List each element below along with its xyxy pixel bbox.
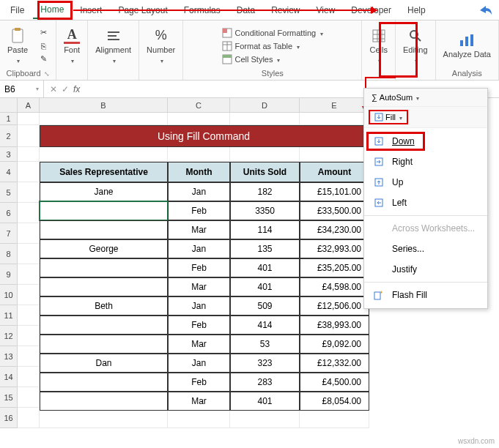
- table-cell[interactable]: 114: [230, 220, 300, 239]
- row-header[interactable]: 3: [0, 147, 18, 162]
- table-cell[interactable]: £15,101.00: [300, 182, 369, 201]
- paste-button[interactable]: Paste: [4, 26, 31, 66]
- tab-data[interactable]: Data: [229, 2, 262, 18]
- cell[interactable]: [230, 113, 300, 125]
- row-header[interactable]: 2: [0, 125, 18, 147]
- col-header[interactable]: A: [18, 98, 40, 113]
- table-cell[interactable]: Feb: [168, 373, 230, 392]
- select-all-cell[interactable]: [0, 98, 18, 113]
- fx-icon[interactable]: fx: [73, 84, 80, 94]
- font-button[interactable]: A Font: [61, 26, 83, 66]
- menu-flash-fill[interactable]: Flash Fill: [364, 285, 487, 305]
- name-box[interactable]: B6▾: [0, 81, 44, 97]
- row-header[interactable]: 10: [0, 285, 18, 305]
- table-cell[interactable]: £12,506.00: [300, 296, 369, 316]
- cell[interactable]: [40, 408, 168, 428]
- table-cell[interactable]: 182: [230, 182, 300, 201]
- table-cell[interactable]: 135: [230, 239, 300, 258]
- table-cell[interactable]: [40, 201, 168, 220]
- table-header[interactable]: Amount: [300, 162, 369, 182]
- table-cell[interactable]: [40, 258, 168, 277]
- table-cell[interactable]: Feb: [168, 258, 230, 277]
- table-header[interactable]: Sales Representative: [40, 162, 168, 182]
- table-cell[interactable]: £4,500.00: [300, 373, 369, 392]
- table-cell[interactable]: Jan: [168, 239, 230, 258]
- row-header[interactable]: 8: [0, 244, 18, 264]
- tab-file[interactable]: File: [3, 2, 32, 18]
- copy-button[interactable]: ⎘: [35, 40, 51, 52]
- cell[interactable]: [18, 113, 40, 125]
- table-cell[interactable]: Jan: [168, 296, 230, 316]
- row-header[interactable]: 16: [0, 408, 18, 428]
- enter-icon[interactable]: ✓: [62, 84, 69, 94]
- table-cell[interactable]: 401: [230, 392, 300, 411]
- table-cell[interactable]: 3350: [230, 201, 300, 220]
- table-cell[interactable]: Mar: [168, 220, 230, 239]
- row-header[interactable]: 11: [0, 305, 18, 326]
- tab-insert[interactable]: Insert: [73, 2, 109, 18]
- autosum-button[interactable]: ∑AutoSum: [369, 92, 422, 103]
- col-header[interactable]: D: [230, 98, 300, 113]
- cell[interactable]: [18, 408, 40, 428]
- cell[interactable]: [18, 182, 40, 203]
- table-cell[interactable]: £32,993.00: [300, 239, 369, 258]
- row-header[interactable]: 12: [0, 326, 18, 346]
- col-header[interactable]: B: [40, 98, 168, 113]
- cancel-icon[interactable]: ✕: [50, 84, 57, 94]
- alignment-button[interactable]: Alignment: [92, 26, 134, 66]
- cell[interactable]: [18, 367, 40, 387]
- tab-view[interactable]: View: [309, 2, 343, 18]
- table-cell[interactable]: Dan: [40, 354, 168, 373]
- table-cell[interactable]: £8,054.00: [300, 392, 369, 411]
- cut-button[interactable]: ✂: [35, 27, 51, 39]
- tab-help[interactable]: Help: [400, 2, 433, 18]
- cell-styles-button[interactable]: Cell Styles: [219, 53, 327, 65]
- conditional-formatting-button[interactable]: Conditional Formatting: [219, 27, 327, 39]
- table-cell[interactable]: £12,332.00: [300, 354, 369, 373]
- row-header[interactable]: 7: [0, 223, 18, 244]
- table-cell[interactable]: George: [40, 239, 168, 258]
- cell[interactable]: [18, 244, 40, 264]
- table-cell[interactable]: Feb: [168, 316, 230, 335]
- table-cell[interactable]: [40, 392, 168, 411]
- cell[interactable]: [168, 113, 230, 125]
- table-cell[interactable]: [40, 277, 168, 296]
- table-cell[interactable]: Mar: [168, 277, 230, 296]
- menu-fill-left[interactable]: Left: [364, 193, 487, 213]
- cell[interactable]: [18, 223, 40, 244]
- cell[interactable]: [18, 346, 40, 367]
- table-cell[interactable]: £38,993.00: [300, 316, 369, 335]
- table-cell[interactable]: [40, 316, 168, 335]
- tab-review[interactable]: Review: [264, 2, 307, 18]
- tab-formulas[interactable]: Formulas: [177, 2, 228, 18]
- cell[interactable]: [18, 264, 40, 285]
- table-cell[interactable]: 323: [230, 354, 300, 373]
- row-header[interactable]: 5: [0, 182, 18, 203]
- table-cell[interactable]: £9,092.00: [300, 335, 369, 354]
- cell[interactable]: [300, 408, 369, 428]
- table-cell[interactable]: Feb: [168, 201, 230, 220]
- col-header[interactable]: C: [168, 98, 230, 113]
- table-cell[interactable]: £33,500.00: [300, 201, 369, 220]
- menu-fill-down[interactable]: Down: [364, 131, 487, 152]
- cell[interactable]: [230, 408, 300, 428]
- menu-justify[interactable]: Justify: [364, 259, 487, 280]
- table-header[interactable]: Units Sold: [230, 162, 300, 182]
- table-cell[interactable]: 414: [230, 316, 300, 335]
- cell[interactable]: [18, 147, 40, 162]
- cell[interactable]: [168, 408, 230, 428]
- table-cell[interactable]: Beth: [40, 296, 168, 316]
- cell[interactable]: [300, 113, 369, 125]
- number-button[interactable]: % Number: [144, 26, 178, 66]
- tab-home[interactable]: Home: [33, 1, 71, 19]
- row-header[interactable]: 6: [0, 203, 18, 223]
- cell[interactable]: [40, 113, 168, 125]
- fill-button[interactable]: Fill: [369, 110, 408, 124]
- table-header[interactable]: Month: [168, 162, 230, 182]
- tab-pagelayout[interactable]: Page Layout: [111, 2, 174, 18]
- format-table-button[interactable]: Format as Table: [219, 40, 327, 52]
- table-cell[interactable]: [40, 335, 168, 354]
- cell[interactable]: [18, 305, 40, 326]
- menu-series[interactable]: Series...: [364, 239, 487, 259]
- menu-fill-up[interactable]: Up: [364, 172, 487, 193]
